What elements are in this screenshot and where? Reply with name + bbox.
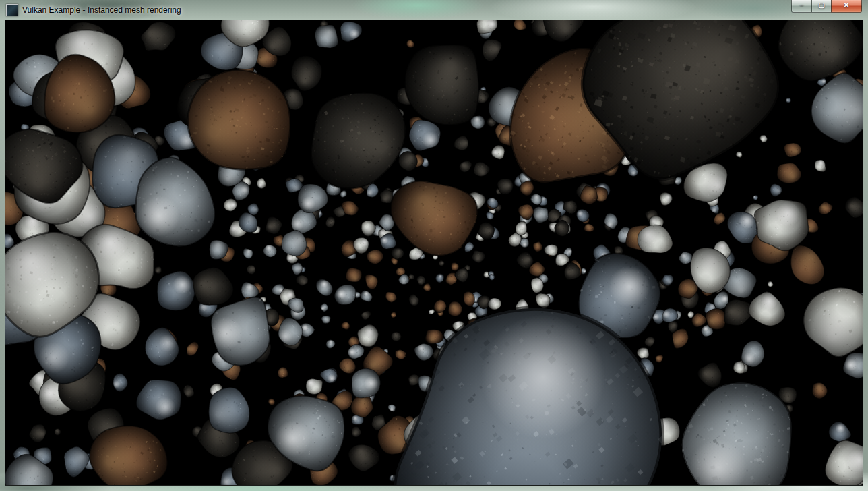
title-bar[interactable]: Vulkan Example - Instanced mesh renderin… (0, 0, 868, 20)
window-icon[interactable] (6, 4, 18, 16)
render-viewport[interactable] (5, 20, 863, 485)
minimize-icon: – (800, 2, 804, 9)
close-icon: ✕ (844, 2, 849, 9)
window-controls: – ▢ ✕ (791, 0, 862, 13)
client-area (5, 20, 863, 486)
close-button[interactable]: ✕ (831, 0, 862, 13)
app-window: Vulkan Example - Instanced mesh renderin… (0, 0, 868, 491)
minimize-button[interactable]: – (791, 0, 811, 13)
window-title: Vulkan Example - Instanced mesh renderin… (22, 5, 181, 15)
maximize-button[interactable]: ▢ (811, 0, 831, 13)
maximize-icon: ▢ (818, 2, 824, 9)
